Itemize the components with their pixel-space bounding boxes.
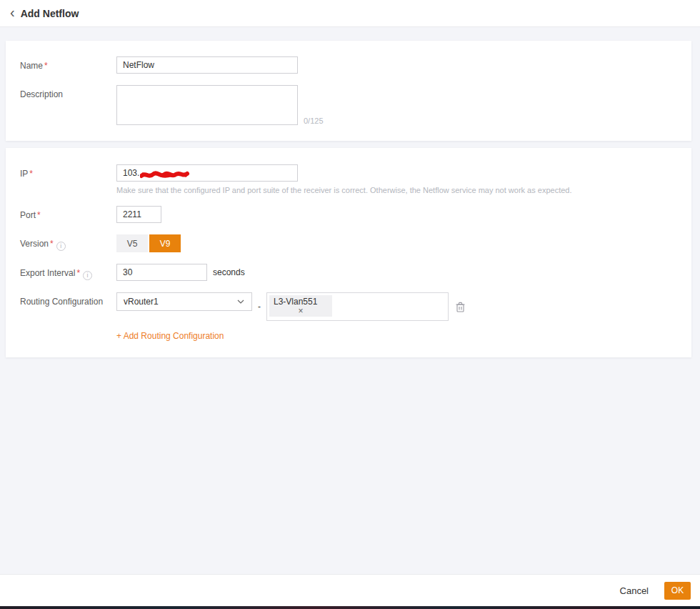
- interface-multiselect[interactable]: L3-Vlan551 ×: [266, 292, 449, 321]
- netflow-settings-card: IP* 103. Make sure that the configured I…: [6, 148, 691, 357]
- cancel-button[interactable]: Cancel: [620, 585, 649, 596]
- interface-tag-label: L3-Vlan551: [274, 297, 317, 307]
- remove-tag-icon[interactable]: ×: [274, 307, 328, 316]
- bottom-dark-strip: [0, 606, 700, 609]
- version-option-v5[interactable]: V5: [116, 234, 148, 252]
- export-interval-label: Export Interval*i: [20, 264, 116, 281]
- description-textarea[interactable]: [116, 85, 298, 125]
- info-icon[interactable]: i: [56, 242, 66, 251]
- required-asterisk: *: [50, 239, 54, 249]
- version-label: Version*i: [20, 234, 116, 252]
- back-icon[interactable]: ‹: [10, 5, 15, 19]
- ip-input[interactable]: 103.: [116, 164, 298, 182]
- export-interval-row: Export Interval*i seconds: [20, 264, 677, 281]
- range-separator: -: [258, 302, 261, 312]
- routing-config-label-text: Routing Configuration: [20, 297, 103, 307]
- port-input[interactable]: [116, 206, 161, 223]
- export-interval-label-text: Export Interval: [20, 268, 75, 278]
- port-label-text: Port: [20, 210, 36, 220]
- ip-label: IP*: [20, 164, 116, 194]
- ip-helper-text: Make sure that the configured IP and por…: [116, 186, 571, 194]
- footer-bar: Cancel OK: [0, 574, 700, 606]
- page-title: Add Netflow: [21, 8, 79, 19]
- ip-field-col: 103. Make sure that the configured IP an…: [116, 164, 571, 194]
- add-routing-configuration-link[interactable]: + Add Routing Configuration: [116, 331, 224, 341]
- routing-config-label: Routing Configuration: [20, 292, 116, 321]
- ip-row: IP* 103. Make sure that the configured I…: [20, 164, 677, 194]
- basic-info-card: Name* Description 0/125: [6, 41, 691, 141]
- version-label-text: Version: [20, 239, 49, 249]
- vrouter-selected-value: vRouter1: [124, 297, 159, 307]
- ip-label-text: IP: [20, 169, 28, 179]
- redaction-scribble: [140, 169, 191, 179]
- interface-tag: L3-Vlan551 ×: [269, 295, 332, 317]
- required-asterisk: *: [37, 210, 41, 220]
- port-label: Port*: [20, 206, 116, 223]
- name-label: Name*: [20, 56, 116, 74]
- description-field-wrap: 0/125: [116, 85, 324, 125]
- routing-config-row: Routing Configuration vRouter1 - L3-Vlan…: [20, 292, 677, 321]
- info-icon[interactable]: i: [83, 271, 92, 280]
- description-label-text: Description: [20, 89, 63, 99]
- required-asterisk: *: [76, 268, 80, 278]
- version-option-v9[interactable]: V9: [149, 234, 181, 252]
- char-counter: 0/125: [304, 117, 324, 125]
- required-asterisk: *: [29, 169, 33, 179]
- page-header: ‹ Add Netflow: [0, 0, 700, 27]
- ok-button[interactable]: OK: [664, 582, 691, 600]
- description-row: Description 0/125: [20, 85, 677, 125]
- port-row: Port*: [20, 206, 677, 223]
- export-interval-input[interactable]: [116, 264, 207, 281]
- trash-icon[interactable]: [456, 294, 465, 321]
- seconds-unit-label: seconds: [213, 267, 245, 277]
- name-label-text: Name: [20, 61, 43, 71]
- ip-visible-text: 103.: [123, 168, 139, 178]
- vrouter-select[interactable]: vRouter1: [116, 292, 252, 311]
- name-input[interactable]: [116, 56, 298, 74]
- name-row: Name*: [20, 56, 677, 74]
- required-asterisk: *: [44, 61, 48, 71]
- description-label: Description: [20, 85, 116, 125]
- version-row: Version*i V5 V9: [20, 234, 677, 252]
- version-toggle: V5 V9: [116, 234, 181, 252]
- chevron-down-icon: [236, 297, 245, 306]
